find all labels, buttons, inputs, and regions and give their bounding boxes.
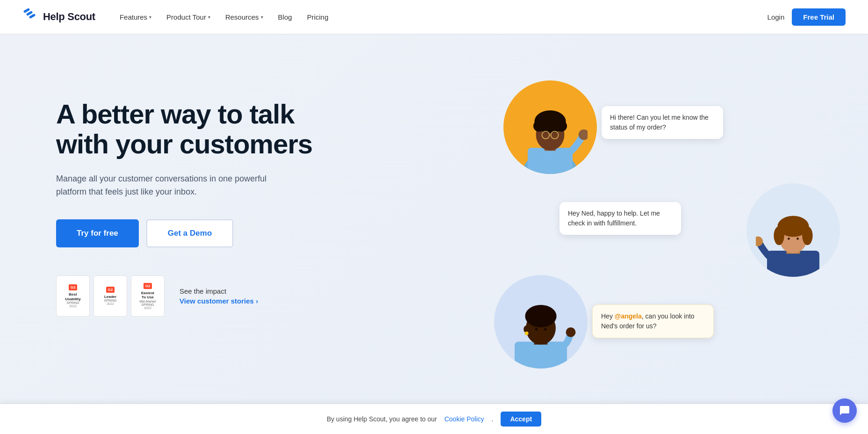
chat-widget-button[interactable] bbox=[832, 398, 857, 423]
hero-section: A better way to talk with your customers… bbox=[0, 34, 868, 434]
svg-rect-4 bbox=[528, 148, 573, 174]
customer-stories-link[interactable]: View customer stories › bbox=[179, 297, 258, 305]
try-free-button[interactable]: Try for free bbox=[56, 219, 139, 247]
chat-bubble-1: Hi there! Can you let me know the status… bbox=[602, 106, 723, 139]
chevron-down-icon: ▾ bbox=[208, 14, 210, 20]
hero-illustration: Hi there! Can you let me know the status… bbox=[466, 34, 868, 434]
cookie-text: By using Help Scout, you agree to our bbox=[327, 415, 437, 423]
impact-section: See the impact View customer stories › bbox=[179, 287, 258, 305]
svg-point-18 bbox=[774, 226, 784, 245]
logo-text: Help Scout bbox=[43, 11, 95, 23]
logo-icon bbox=[22, 8, 39, 25]
nav-blog[interactable]: Blog bbox=[273, 9, 298, 25]
nav-links: Features ▾ Product Tour ▾ Resources ▾ Bl… bbox=[114, 9, 768, 25]
svg-point-13 bbox=[579, 130, 588, 140]
get-demo-button[interactable]: Get a Demo bbox=[146, 219, 233, 247]
hero-left: A better way to talk with your customers… bbox=[56, 71, 318, 317]
svg-rect-5 bbox=[545, 139, 556, 151]
person-3-avatar bbox=[494, 275, 588, 369]
hero-title: A better way to talk with your customers bbox=[56, 99, 318, 159]
nav-resources[interactable]: Resources ▾ bbox=[220, 9, 269, 25]
svg-point-31 bbox=[566, 327, 576, 337]
chat-bubble-3: Hey @angela, can you look into Ned's ord… bbox=[592, 304, 714, 338]
chevron-down-icon: ▾ bbox=[149, 14, 151, 20]
chat-widget-icon bbox=[839, 405, 850, 416]
svg-point-25 bbox=[526, 311, 556, 344]
chevron-down-icon: ▾ bbox=[261, 14, 263, 20]
nav-right: Login Free Trial bbox=[768, 8, 846, 26]
svg-point-6 bbox=[536, 119, 565, 150]
svg-rect-15 bbox=[787, 242, 800, 253]
svg-point-9 bbox=[556, 121, 567, 132]
svg-point-17 bbox=[777, 216, 809, 237]
g2-badges: G2 BestUsability SPRING 2022 G2 Leader S… bbox=[56, 275, 165, 317]
badges-section: G2 BestUsability SPRING 2022 G2 Leader S… bbox=[56, 275, 318, 317]
chat-bubble-2: Hey Ned, happy to help. Let me check in … bbox=[560, 202, 681, 235]
nav-features[interactable]: Features ▾ bbox=[114, 9, 157, 25]
svg-point-28 bbox=[525, 305, 556, 327]
hero-subtitle: Manage all your customer conversations i… bbox=[56, 172, 280, 199]
svg-rect-23 bbox=[515, 341, 567, 369]
svg-point-30 bbox=[544, 328, 547, 331]
svg-point-7 bbox=[534, 110, 566, 133]
main-nav: Help Scout Features ▾ Product Tour ▾ Res… bbox=[0, 0, 868, 34]
logo-link[interactable]: Help Scout bbox=[22, 8, 95, 25]
svg-point-11 bbox=[551, 131, 559, 139]
person-3-svg bbox=[503, 294, 578, 369]
cookie-banner: By using Help Scout, you agree to our Co… bbox=[0, 404, 868, 434]
badge-leader: G2 Leader SPRING 2022 bbox=[93, 275, 127, 317]
cookie-accept-button[interactable]: Accept bbox=[501, 412, 541, 427]
svg-point-27 bbox=[525, 332, 529, 335]
free-trial-button[interactable]: Free Trial bbox=[792, 8, 846, 26]
svg-point-29 bbox=[535, 328, 538, 331]
person-2-avatar bbox=[746, 183, 840, 277]
cookie-period: . bbox=[492, 415, 494, 423]
person-1-svg bbox=[513, 99, 588, 174]
svg-point-8 bbox=[533, 121, 545, 132]
svg-point-10 bbox=[542, 131, 549, 139]
svg-rect-14 bbox=[767, 251, 819, 277]
svg-point-26 bbox=[524, 326, 530, 333]
nav-product-tour[interactable]: Product Tour ▾ bbox=[161, 9, 216, 25]
svg-point-20 bbox=[788, 238, 790, 240]
impact-label: See the impact bbox=[179, 287, 258, 295]
badge-easiest-to-use: G2 EasiestTo Use Mid-MarketSPRING 2022 bbox=[131, 275, 165, 317]
svg-point-22 bbox=[756, 237, 763, 246]
person-1-avatar bbox=[503, 80, 597, 174]
svg-point-16 bbox=[779, 222, 808, 253]
badge-best-usability: G2 BestUsability SPRING 2022 bbox=[56, 275, 90, 317]
svg-point-21 bbox=[796, 238, 799, 240]
login-link[interactable]: Login bbox=[768, 13, 785, 21]
svg-rect-24 bbox=[534, 334, 548, 344]
hero-buttons: Try for free Get a Demo bbox=[56, 219, 318, 247]
svg-point-3 bbox=[524, 153, 576, 174]
cookie-policy-link[interactable]: Cookie Policy bbox=[445, 415, 484, 423]
svg-point-19 bbox=[802, 226, 812, 245]
person-2-svg bbox=[756, 202, 831, 277]
illustration-area: Hi there! Can you let me know the status… bbox=[466, 34, 868, 434]
nav-pricing[interactable]: Pricing bbox=[301, 9, 334, 25]
